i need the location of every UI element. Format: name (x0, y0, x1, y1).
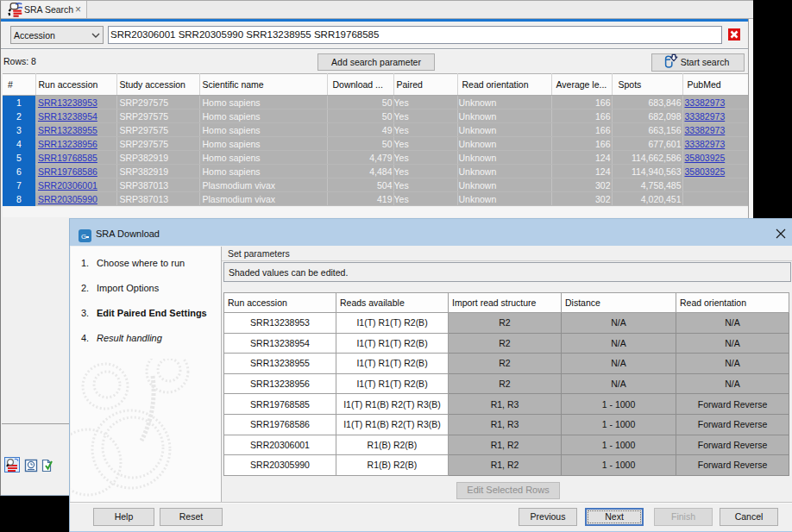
svg-text:G: G (81, 233, 86, 241)
